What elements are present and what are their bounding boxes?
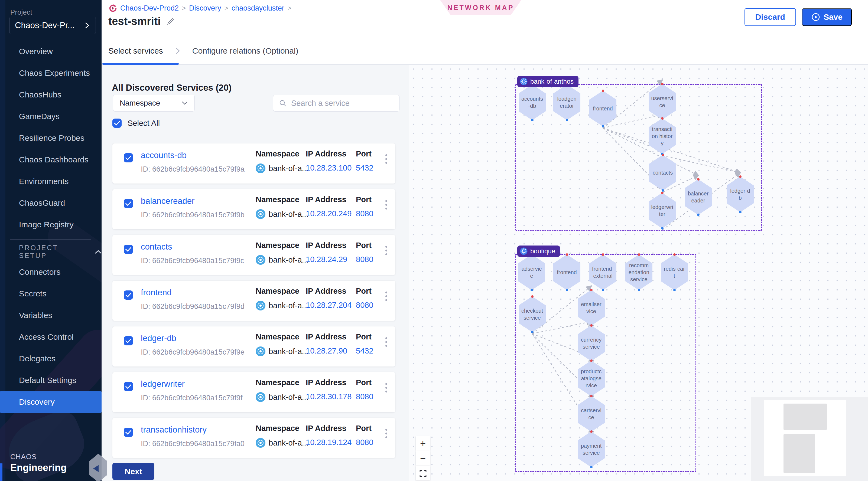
- service-checkbox[interactable]: [124, 382, 133, 391]
- network-map-canvas[interactable]: + − bank-of-anthosaccounts-dbloadgenerat…: [409, 64, 868, 481]
- fullscreen-button[interactable]: [416, 466, 430, 480]
- ingress-port-dot: [662, 154, 664, 156]
- sidebar-item-overview[interactable]: Overview: [0, 41, 101, 62]
- kebab-menu-icon[interactable]: [384, 290, 389, 302]
- service-node-loadgenerator[interactable]: loadgenerator: [553, 85, 580, 120]
- sidebar-item-secrets[interactable]: Secrets: [0, 283, 101, 304]
- map-zoom-controls: + −: [416, 436, 430, 481]
- service-name-link[interactable]: balancereader: [141, 196, 194, 206]
- service-node-cartservice[interactable]: cartservice: [578, 396, 605, 432]
- sidebar-item-resilience-probes[interactable]: Resilience Probes: [0, 127, 101, 149]
- service-node-paymentservice[interactable]: paymentservice: [578, 431, 605, 467]
- kebab-menu-icon[interactable]: [384, 198, 389, 211]
- service-checkbox[interactable]: [124, 290, 133, 300]
- service-port: 5432: [356, 347, 373, 355]
- sidebar-item-connectors[interactable]: Connectors: [0, 261, 101, 283]
- breadcrumb-separator: >: [182, 4, 186, 12]
- sidebar-item-chaos-dashboards[interactable]: Chaos Dashboards: [0, 149, 101, 170]
- sidebar-item-chaosguard[interactable]: ChaosGuard: [0, 192, 101, 214]
- ingress-port-dot: [638, 253, 640, 256]
- breadcrumb-link-discovery[interactable]: Discovery: [189, 4, 221, 12]
- sidebar-item-access-control[interactable]: Access Control: [0, 326, 101, 348]
- sidebar-item-environments[interactable]: Environments: [0, 170, 101, 192]
- service-node-recommendationservice[interactable]: recommendationservice: [625, 254, 652, 290]
- namespace-icon: [256, 163, 266, 173]
- service-checkbox[interactable]: [124, 336, 133, 345]
- service-name-link[interactable]: accounts-db: [141, 151, 187, 160]
- service-node-userservice[interactable]: userservice: [649, 84, 676, 120]
- kebab-menu-icon[interactable]: [384, 153, 389, 165]
- sidebar-item-chaoshubs[interactable]: ChaosHubs: [0, 84, 101, 105]
- sidebar-item-image-registry[interactable]: Image Registry: [0, 214, 101, 235]
- column-header-ip-address: IP Address: [306, 332, 346, 341]
- zoom-out-button[interactable]: −: [416, 451, 430, 466]
- service-node-adservice[interactable]: adservice: [518, 254, 545, 290]
- sidebar-collapse-icon[interactable]: [93, 465, 99, 472]
- sidebar-item-discovery[interactable]: Discovery: [0, 391, 101, 413]
- select-all-checkbox[interactable]: [113, 119, 122, 128]
- service-node-checkoutservice[interactable]: checkoutservice: [519, 296, 546, 332]
- service-card: balancereaderID: 662b6c9fcb96480a15c79f9…: [113, 189, 395, 229]
- service-port: 8080: [356, 301, 373, 310]
- service-node-ledger-db[interactable]: ledger-db: [726, 177, 754, 212]
- kebab-menu-icon[interactable]: [384, 244, 389, 257]
- kebab-menu-icon[interactable]: [384, 335, 389, 348]
- egress-port-dot: [662, 189, 664, 192]
- service-name-link[interactable]: contacts: [141, 242, 172, 252]
- service-ip: 10.28.27.204: [306, 301, 351, 310]
- sidebar-item-variables[interactable]: Variables: [0, 304, 101, 326]
- breadcrumb-separator: >: [224, 4, 228, 12]
- service-node-transactionhistory[interactable]: transaction history: [649, 118, 676, 154]
- service-name-link[interactable]: ledgerwriter: [141, 379, 185, 389]
- service-node-emailservice[interactable]: emailservice: [578, 290, 605, 326]
- ingress-port-dot: [590, 324, 593, 327]
- service-node-frontend-external[interactable]: frontend-external: [589, 254, 616, 290]
- sidebar-item-delegates[interactable]: Delegates: [0, 348, 101, 370]
- zoom-in-button[interactable]: +: [416, 436, 430, 451]
- sidebar-item-gamedays[interactable]: GameDays: [0, 105, 101, 127]
- column-header-namespace: Namespace: [256, 241, 299, 250]
- service-ip: 10.28.20.249: [306, 209, 351, 218]
- service-node-frontend[interactable]: frontend: [553, 254, 580, 290]
- service-namespace: bank-of-a...: [256, 209, 308, 219]
- discard-button[interactable]: Discard: [744, 8, 796, 26]
- service-name-link[interactable]: transactionhistory: [141, 425, 207, 435]
- edit-title-icon[interactable]: [166, 17, 175, 26]
- service-checkbox[interactable]: [124, 428, 133, 437]
- service-node-label: frontend: [589, 91, 616, 126]
- service-node-accounts-db[interactable]: accounts-db: [519, 85, 546, 120]
- ingress-port-dot: [590, 430, 593, 433]
- service-node-currencyservice[interactable]: currencyservice: [578, 325, 605, 361]
- service-node-label: redis-cart: [661, 254, 688, 290]
- project-selector-value: Chaos-Dev-Pr...: [15, 21, 75, 30]
- service-name-link[interactable]: frontend: [141, 288, 172, 297]
- sidebar-item-default-settings[interactable]: Default Settings: [0, 370, 101, 391]
- sidebar-section-label: PROJECT SETUP: [19, 244, 88, 260]
- next-button[interactable]: Next: [113, 463, 154, 480]
- service-checkbox[interactable]: [124, 153, 133, 162]
- minimap[interactable]: [764, 400, 846, 476]
- column-header-port: Port: [356, 424, 372, 433]
- search-input[interactable]: [290, 99, 394, 108]
- service-checkbox[interactable]: [124, 245, 133, 254]
- save-button[interactable]: Save: [802, 8, 852, 26]
- service-checkbox[interactable]: [124, 199, 133, 208]
- kebab-menu-icon[interactable]: [384, 427, 389, 440]
- service-node-redis-cart[interactable]: redis-cart: [661, 254, 688, 290]
- tab-select-services[interactable]: Select services: [108, 46, 163, 56]
- service-node-contacts[interactable]: contacts: [649, 155, 676, 191]
- column-header-port: Port: [356, 287, 372, 296]
- service-node-ledgerwriter[interactable]: ledgerwriter: [649, 193, 676, 228]
- service-name-link[interactable]: ledger-db: [141, 333, 176, 343]
- column-header-port: Port: [356, 150, 372, 158]
- service-node-frontend[interactable]: frontend: [589, 91, 616, 126]
- breadcrumb-link-chaos-dev-prod2[interactable]: Chaos-Dev-Prod2: [120, 4, 179, 12]
- breadcrumb-link-chaosdaycluster[interactable]: chaosdaycluster: [231, 4, 284, 12]
- sidebar-item-chaos-experiments[interactable]: Chaos Experiments: [0, 62, 101, 84]
- project-selector[interactable]: Chaos-Dev-Pr...: [9, 17, 96, 34]
- service-node-productcatalogservice[interactable]: productcatalogservice: [578, 360, 605, 396]
- tab-configure-relations[interactable]: Configure relations (Optional): [192, 46, 299, 56]
- namespace-filter-dropdown[interactable]: Namespace: [113, 95, 195, 111]
- service-node-balancereader[interactable]: balancereader: [685, 179, 712, 215]
- kebab-menu-icon[interactable]: [384, 381, 389, 394]
